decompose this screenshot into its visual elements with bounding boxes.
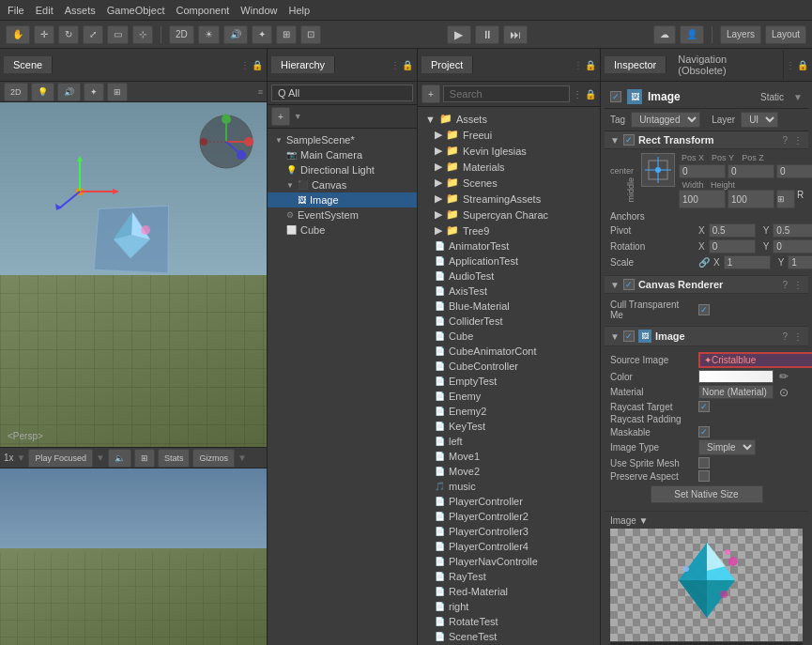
maskable-checkbox[interactable] bbox=[698, 426, 710, 438]
hierarchy-item-maincamera[interactable]: 📷 Main Camera bbox=[268, 147, 417, 162]
project-item-raytest[interactable]: 📄 RayTest bbox=[418, 569, 600, 584]
layer-select[interactable]: UI bbox=[741, 112, 778, 128]
play-button[interactable]: ▶ bbox=[447, 25, 471, 44]
color-picker-icon[interactable]: ✏ bbox=[779, 370, 789, 383]
constrain-button[interactable]: ⊞ bbox=[776, 190, 795, 208]
project-lock-icon[interactable]: 🔒 bbox=[585, 60, 596, 70]
hierarchy-add-button[interactable]: + bbox=[271, 107, 290, 126]
preserve-aspect-checkbox[interactable] bbox=[698, 470, 710, 482]
project-item-animatortest[interactable]: 📄 AnimatorTest bbox=[418, 238, 600, 253]
canvas-renderer-header[interactable]: ▼ Canvas Renderer ? ⋮ bbox=[605, 276, 808, 294]
r-button[interactable]: R bbox=[797, 190, 804, 208]
project-item-playercontroller3[interactable]: 📄 PlayerController3 bbox=[418, 524, 600, 539]
hierarchy-item-samplescene[interactable]: ▼ SampleScene* bbox=[268, 132, 417, 147]
project-search-input[interactable] bbox=[443, 85, 570, 102]
project-options[interactable]: ⋮ bbox=[573, 89, 582, 100]
scene-viewport[interactable]: y z bbox=[0, 102, 267, 447]
project-item-scenetest[interactable]: 📄 SceneTest bbox=[418, 629, 600, 644]
material-picker-icon[interactable]: ⊙ bbox=[779, 386, 789, 399]
hierarchy-options-icon[interactable]: ⋮ bbox=[391, 60, 400, 70]
inspector-tab[interactable]: Inspector bbox=[605, 56, 666, 73]
project-item-tree9[interactable]: ▶ 📁 Tree9 bbox=[418, 223, 600, 238]
raycast-target-checkbox[interactable] bbox=[698, 401, 710, 412]
menu-gameobject[interactable]: GameObject bbox=[107, 5, 165, 16]
project-item-audiotest[interactable]: 📄 AudioTest bbox=[418, 269, 600, 284]
static-arrow[interactable]: ▼ bbox=[793, 92, 803, 102]
menu-edit[interactable]: Edit bbox=[36, 5, 54, 16]
step-button[interactable]: ⏭ bbox=[503, 25, 528, 44]
2d-toggle-button[interactable]: 2D bbox=[169, 25, 194, 44]
scene-fx-btn[interactable]: ✦ bbox=[84, 83, 104, 101]
hierarchy-item-canvas[interactable]: ▼ ⬛ Canvas bbox=[268, 177, 417, 192]
image-options[interactable]: ⋮ bbox=[793, 331, 803, 342]
menu-assets[interactable]: Assets bbox=[65, 5, 96, 16]
image-type-select[interactable]: Simple Sliced Tiled Filled bbox=[698, 439, 756, 455]
rect-transform-options[interactable]: ⋮ bbox=[793, 135, 803, 146]
set-native-size-button[interactable]: Set Native Size bbox=[651, 485, 763, 503]
project-item-redmaterial[interactable]: 📄 Red-Material bbox=[418, 584, 600, 599]
scene-tab[interactable]: Scene bbox=[4, 56, 53, 73]
project-item-streamingassets[interactable]: ▶ 📁 StreamingAssets bbox=[418, 191, 600, 207]
anchor-diagram[interactable] bbox=[641, 153, 675, 187]
project-item-bluematerial[interactable]: 📄 Blue-Material bbox=[418, 299, 600, 314]
posz-input[interactable] bbox=[776, 164, 812, 178]
tag-select[interactable]: Untagged bbox=[631, 112, 700, 128]
project-item-supercyan[interactable]: ▶ 📁 Supercyan Charac bbox=[418, 207, 600, 223]
scale-tool-button[interactable]: ⤢ bbox=[83, 25, 103, 44]
stats-button[interactable]: Stats bbox=[158, 449, 191, 468]
navigation-tab[interactable]: Navigation (Obsolete) bbox=[668, 51, 784, 79]
scene-audio-btn[interactable]: 🔊 bbox=[57, 83, 81, 101]
scene-2d-btn[interactable]: 2D bbox=[4, 83, 28, 101]
rect-transform-checkbox[interactable] bbox=[623, 134, 635, 146]
project-item-cube2[interactable]: 📄 Cube bbox=[418, 329, 600, 344]
use-sprite-checkbox[interactable] bbox=[698, 457, 710, 468]
audio-button[interactable]: 🔊 bbox=[223, 25, 248, 44]
source-image-input[interactable] bbox=[698, 352, 812, 368]
pivot-y-input[interactable] bbox=[773, 223, 812, 238]
project-lock[interactable]: 🔒 bbox=[585, 89, 596, 100]
project-item-axistest[interactable]: 📄 AxisTest bbox=[418, 284, 600, 299]
mute-button[interactable]: 🔈 bbox=[108, 449, 131, 468]
grid-button[interactable]: ⊡ bbox=[300, 25, 321, 44]
project-item-applicationtest[interactable]: 📄 ApplicationTest bbox=[418, 253, 600, 269]
canvas-renderer-help[interactable]: ? bbox=[782, 280, 788, 290]
project-item-freeui[interactable]: ▶ 📁 Freeui bbox=[418, 127, 600, 143]
rot-y-input[interactable] bbox=[773, 239, 812, 253]
project-item-assets[interactable]: ▼ 📁 Assets bbox=[418, 111, 600, 127]
gizmos-button[interactable]: Gizmos bbox=[192, 449, 235, 468]
scale-y-input[interactable] bbox=[788, 255, 812, 269]
project-item-cubecontroller[interactable]: 📄 CubeController bbox=[418, 359, 600, 374]
project-item-rotatetest[interactable]: 📄 RotateTest bbox=[418, 614, 600, 629]
image-help[interactable]: ? bbox=[782, 331, 788, 342]
project-item-emptytest[interactable]: 📄 EmptyTest bbox=[418, 374, 600, 389]
material-input[interactable] bbox=[698, 385, 774, 399]
inspector-lock-icon[interactable]: 🔒 bbox=[797, 60, 808, 70]
light-button[interactable]: ☀ bbox=[198, 25, 220, 44]
project-item-move2[interactable]: 📄 Move2 bbox=[418, 464, 600, 479]
menu-component[interactable]: Component bbox=[176, 5, 229, 16]
menu-help[interactable]: Help bbox=[288, 5, 310, 16]
game-viewport[interactable] bbox=[0, 468, 267, 645]
project-item-music[interactable]: 🎵 music bbox=[418, 479, 600, 494]
cull-transparent-checkbox[interactable] bbox=[698, 304, 710, 315]
hierarchy-tab[interactable]: Hierarchy bbox=[271, 56, 335, 73]
scene-lock-icon[interactable]: 🔒 bbox=[252, 60, 263, 70]
project-tab[interactable]: Project bbox=[421, 56, 473, 73]
collab-button[interactable]: ☁ bbox=[653, 25, 676, 44]
project-item-playernavcontroller[interactable]: 📄 PlayerNavControlle bbox=[418, 554, 600, 569]
scene-grid-btn[interactable]: ⊞ bbox=[107, 83, 128, 101]
hand-tool-button[interactable]: ✋ bbox=[6, 25, 30, 44]
rotate-tool-button[interactable]: ↻ bbox=[58, 25, 79, 44]
hierarchy-item-eventsystem[interactable]: ⚙ EventSystem bbox=[268, 207, 417, 223]
project-item-move1[interactable]: 📄 Move1 bbox=[418, 449, 600, 464]
layout-dropdown[interactable]: Layout bbox=[765, 25, 806, 44]
rect-transform-help[interactable]: ? bbox=[782, 135, 788, 146]
hierarchy-item-directionallight[interactable]: 💡 Directional Light bbox=[268, 162, 417, 177]
account-button[interactable]: 👤 bbox=[680, 25, 704, 44]
height-input[interactable] bbox=[728, 190, 774, 208]
transform-tool-button[interactable]: ⊹ bbox=[132, 25, 153, 44]
hierarchy-search-input[interactable] bbox=[271, 84, 413, 101]
canvas-renderer-options[interactable]: ⋮ bbox=[793, 280, 803, 290]
pivot-x-input[interactable] bbox=[709, 223, 756, 238]
play-focused-button[interactable]: Play Focused bbox=[28, 449, 93, 468]
